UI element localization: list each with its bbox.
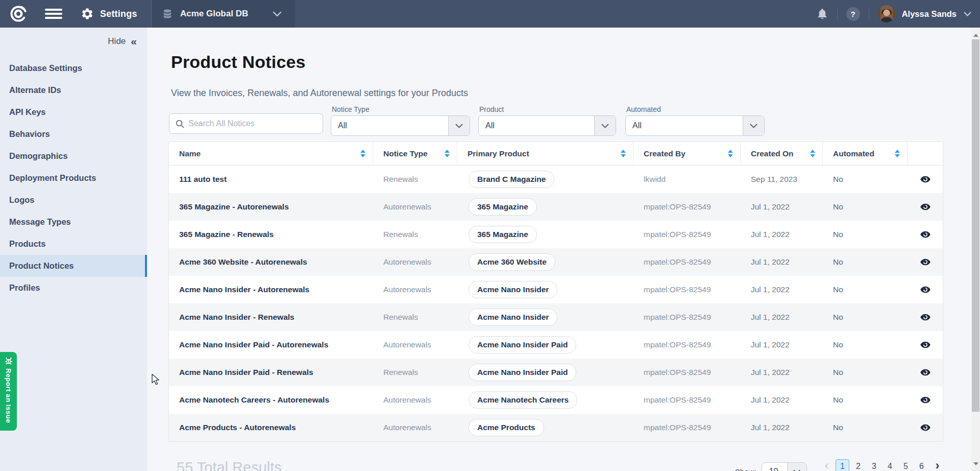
column-header-notice-type[interactable]: Notice Type (373, 142, 457, 165)
notice-type-select[interactable]: All (331, 115, 470, 136)
hamburger-menu-icon[interactable] (45, 9, 62, 19)
view-notice-eye-icon[interactable] (920, 339, 931, 350)
cell-notice-type: Autorenewals (373, 423, 457, 432)
automated-select[interactable]: All (625, 115, 765, 136)
pagination-page-2[interactable]: 2 (851, 459, 865, 471)
primary-product-pill[interactable]: 365 Magazine (469, 226, 537, 243)
pagination-next-icon[interactable]: › (930, 459, 944, 471)
database-selector[interactable]: Acme Global DB (151, 0, 295, 28)
pagination-page-6[interactable]: 6 (915, 459, 928, 471)
table-row: Acme Nanotech Careers - AutorenewalsAuto… (169, 386, 943, 414)
view-notice-eye-icon[interactable] (920, 284, 931, 295)
chevron-down-icon[interactable] (743, 116, 764, 135)
column-header-primary-product[interactable]: Primary Product (457, 142, 633, 165)
sidebar-item-alternate-ids[interactable]: Alternate IDs (0, 79, 147, 101)
user-avatar[interactable] (878, 5, 895, 22)
cell-created-on: Sep 11, 2023 (741, 175, 823, 184)
settings-label: Settings (100, 9, 137, 19)
sidebar-item-demographics[interactable]: Demographics (0, 145, 147, 167)
notifications-bell-icon[interactable] (816, 8, 828, 20)
sidebar-item-behaviors[interactable]: Behaviors (0, 123, 147, 145)
user-name[interactable]: Alyssa Sands (902, 9, 957, 19)
report-an-issue-button[interactable]: Report an Issue (0, 352, 17, 431)
cell-created-on: Jul 1, 2022 (741, 202, 823, 211)
scrollbar-up-arrow[interactable] (971, 31, 980, 39)
user-menu-chevron-icon[interactable] (964, 12, 971, 16)
page-size-select[interactable]: 10 (762, 462, 807, 471)
sidebar-item-profiles[interactable]: Profiles (0, 277, 147, 299)
sidebar-nav: Database SettingsAlternate IDsAPI KeysBe… (0, 57, 147, 299)
total-results: 55 Total Results (177, 459, 282, 471)
filter-label: Automated (626, 105, 765, 113)
product-select[interactable]: All (478, 115, 616, 136)
sort-icon[interactable] (360, 150, 365, 157)
sort-icon[interactable] (895, 150, 900, 157)
scrollbar-thumb[interactable] (972, 39, 979, 412)
primary-product-pill[interactable]: Acme 360 Website (469, 253, 555, 271)
omeda-logo-icon[interactable] (9, 5, 28, 23)
scrollbar-down-arrow[interactable] (971, 459, 980, 468)
primary-product-pill[interactable]: Acme Nano Insider Paid (469, 336, 576, 354)
view-notice-eye-icon[interactable] (920, 201, 931, 213)
table-row: Acme Products - AutorenewalsAutorenewals… (169, 414, 943, 441)
cell-name: Acme Nano Insider - Autorenewals (169, 285, 373, 294)
pagination-page-5[interactable]: 5 (899, 459, 913, 471)
sidebar-collapse-button[interactable]: Hide « (108, 36, 137, 46)
cell-automated: No (823, 175, 908, 184)
chevron-down-icon[interactable] (448, 116, 470, 135)
sidebar-item-logos[interactable]: Logos (0, 189, 147, 211)
sidebar-item-deployment-products[interactable]: Deployment Products (0, 167, 147, 189)
pagination-page-3[interactable]: 3 (867, 459, 881, 471)
cell-automated: No (823, 395, 908, 405)
primary-product-pill[interactable]: Acme Nanotech Careers (469, 391, 577, 409)
chevron-down-icon[interactable] (787, 463, 806, 471)
primary-product-pill[interactable]: Acme Nano Insider (469, 309, 557, 326)
pagination-prev-icon[interactable]: ‹ (820, 459, 834, 471)
cell-actions (908, 367, 943, 378)
help-icon[interactable]: ? (846, 7, 860, 21)
topbar-divider (869, 7, 869, 20)
cell-notice-type: Renewals (373, 368, 457, 377)
cell-created-by: mpatel:OPS-82549 (633, 257, 741, 267)
page-size-control: Show: 10 (735, 462, 807, 471)
primary-product-pill[interactable]: Acme Nano Insider Paid (469, 364, 576, 381)
vertical-scrollbar[interactable] (971, 28, 980, 471)
cell-primary-product: Acme Nano Insider (457, 309, 633, 326)
sort-icon[interactable] (728, 150, 733, 157)
search-input[interactable] (188, 119, 323, 128)
pagination: ‹123456› (820, 459, 944, 471)
sidebar-item-database-settings[interactable]: Database Settings (0, 57, 147, 79)
sort-icon[interactable] (445, 150, 450, 157)
settings-nav[interactable]: Settings (81, 0, 137, 28)
cell-automated: No (823, 313, 908, 322)
sort-icon[interactable] (810, 150, 815, 157)
cell-notice-type: Autorenewals (373, 285, 457, 294)
column-header-created-by[interactable]: Created By (633, 142, 741, 165)
sidebar-item-products[interactable]: Products (0, 233, 147, 255)
view-notice-eye-icon[interactable] (920, 174, 931, 185)
view-notice-eye-icon[interactable] (920, 256, 931, 268)
view-notice-eye-icon[interactable] (920, 422, 931, 433)
sidebar-item-product-notices[interactable]: Product Notices (0, 255, 147, 277)
cell-notice-type: Autorenewals (373, 395, 457, 405)
primary-product-pill[interactable]: Acme Nano Insider (469, 281, 557, 298)
view-notice-eye-icon[interactable] (920, 312, 931, 323)
view-notice-eye-icon[interactable] (920, 229, 931, 240)
column-header-name[interactable]: Name (169, 142, 373, 165)
sort-icon[interactable] (621, 150, 626, 157)
view-notice-eye-icon[interactable] (920, 367, 931, 378)
primary-product-pill[interactable]: Brand C Magazine (469, 171, 554, 188)
pagination-page-1[interactable]: 1 (836, 459, 849, 471)
table-row: Acme Nano Insider - AutorenewalsAutorene… (169, 276, 943, 303)
primary-product-pill[interactable]: 365 Magazine (469, 198, 537, 216)
sidebar-item-message-types[interactable]: Message Types (0, 211, 147, 233)
view-notice-eye-icon[interactable] (920, 394, 931, 406)
column-header-created-on[interactable]: Created On (741, 142, 823, 165)
select-value: All (338, 121, 347, 130)
chevron-down-icon[interactable] (594, 116, 616, 135)
cell-primary-product: Acme Nanotech Careers (457, 391, 633, 409)
column-header-automated[interactable]: Automated (823, 142, 908, 165)
sidebar-item-api-keys[interactable]: API Keys (0, 101, 147, 123)
primary-product-pill[interactable]: Acme Products (469, 419, 544, 436)
pagination-page-4[interactable]: 4 (883, 459, 897, 471)
